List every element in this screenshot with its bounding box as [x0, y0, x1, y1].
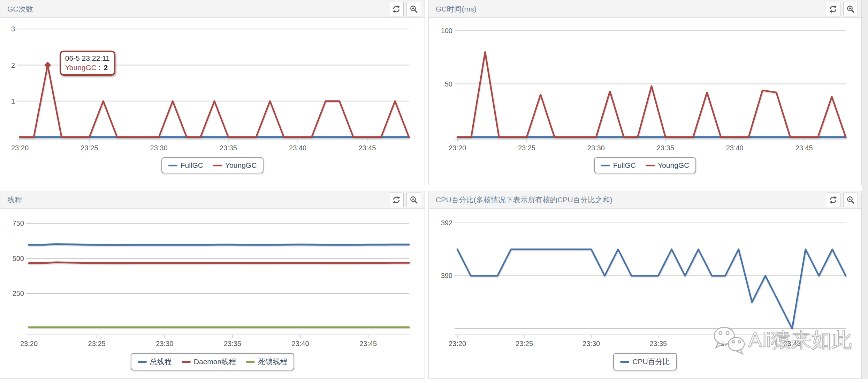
refresh-icon [829, 5, 837, 13]
y-axis-label: 1 [11, 97, 15, 105]
legend-swatch [646, 165, 655, 166]
x-axis-label: 23:30 [156, 340, 173, 347]
chart-cpu-percent: 39039223:2023:2523:3023:3523:4023:45 [429, 209, 861, 352]
x-axis-label: 23:45 [795, 144, 813, 152]
panel-body: 25050075023:2023:2523:3023:3523:4023:45 … [0, 209, 425, 370]
x-axis-label: 23:25 [88, 340, 106, 347]
legend-item-总线程[interactable]: 总线程 [138, 357, 172, 367]
zoom-in-button[interactable] [843, 193, 858, 207]
x-axis-label: 23:30 [583, 340, 600, 347]
refresh-button[interactable] [389, 193, 404, 207]
x-axis-label: 23:25 [516, 340, 533, 347]
legend-swatch [168, 165, 177, 166]
x-axis-label: 23:25 [518, 144, 535, 152]
panel-gc-count: GC次数 12323:2023:2523:3023:35 [0, 0, 425, 185]
panel-gc-time: GC时间(ms) 5010023:2023:2523:3 [428, 0, 862, 185]
legend-label: FullGC [613, 161, 636, 170]
x-axis-label: 23:40 [726, 144, 744, 152]
panel-toolbar [826, 193, 858, 207]
x-axis-label: 23:45 [358, 144, 376, 152]
legend-box: CPU百分比 [613, 353, 677, 370]
panel-header: 线程 [0, 191, 425, 209]
series-line-YoungGC [457, 52, 846, 137]
panel-body: 12323:2023:2523:3023:3523:4023:4506-5 23… [0, 18, 425, 173]
x-axis-label: 23:35 [649, 340, 667, 347]
series-line-总线程 [29, 244, 409, 245]
y-axis-label: 250 [13, 290, 24, 297]
series-line-Daemon线程 [29, 262, 409, 263]
panel-title: GC时间(ms) [436, 4, 477, 14]
refresh-icon [392, 196, 401, 204]
legend-item-Daemon线程[interactable]: Daemon线程 [182, 357, 236, 367]
x-axis-label: 23:45 [359, 340, 377, 347]
y-axis-label: 392 [441, 219, 452, 227]
legend-swatch [182, 361, 191, 363]
y-axis-label: 2 [11, 61, 15, 69]
chart-canvas: 39039223:2023:2523:3023:3523:4023:45 [429, 209, 861, 352]
y-axis-label: 750 [13, 219, 24, 227]
panel-toolbar [389, 193, 421, 207]
chart-gc-time: 5010023:2023:2523:3023:3523:4023:45 [429, 18, 861, 156]
legend-label: FullGC [181, 161, 203, 170]
chart-canvas: 5010023:2023:2523:3023:3523:4023:45 [429, 18, 861, 156]
legend-swatch [213, 165, 222, 166]
refresh-button[interactable] [826, 2, 840, 16]
zoom-in-button[interactable] [843, 2, 858, 16]
point-marker [44, 62, 51, 69]
panel-title: 线程 [7, 195, 22, 205]
legend-gc-count: FullGCYoungGC [0, 157, 425, 173]
legend-swatch [620, 361, 629, 363]
panel-body: 5010023:2023:2523:3023:3523:4023:45 Full… [429, 18, 861, 173]
y-axis-label: 390 [441, 272, 452, 279]
x-axis-label: 23:45 [783, 340, 801, 347]
legend-label: 总线程 [150, 357, 172, 367]
refresh-button[interactable] [826, 193, 840, 207]
legend-box: FullGCYoungGC [161, 157, 264, 173]
legend-item-死锁线程[interactable]: 死锁线程 [246, 357, 287, 367]
legend-label: 死锁线程 [258, 357, 287, 367]
refresh-button[interactable] [389, 2, 404, 16]
x-axis-label: 23:20 [449, 340, 466, 347]
x-axis-label: 23:35 [657, 144, 674, 152]
panel-toolbar [389, 2, 421, 16]
chart-gc-count: 12323:2023:2523:3023:3523:4023:4506-5 23… [0, 18, 425, 156]
legend-label: YoungGC [225, 161, 257, 170]
x-axis-label: 23:40 [716, 340, 734, 347]
legend-item-YoungGC[interactable]: YoungGC [646, 161, 689, 170]
zoom-in-button[interactable] [406, 2, 421, 16]
tooltip-series-value: YoungGC : 2 [65, 63, 110, 72]
x-axis-label: 23:25 [81, 144, 98, 152]
zoom-in-icon [846, 5, 855, 13]
legend-gc-time: FullGCYoungGC [429, 157, 861, 173]
legend-threads: 总线程Daemon线程死锁线程 [0, 353, 425, 370]
series-line-CPU百分比 [457, 249, 846, 329]
legend-box: 总线程Daemon线程死锁线程 [131, 353, 294, 370]
x-axis-label: 23:30 [587, 144, 605, 152]
x-axis-label: 23:20 [11, 144, 29, 152]
chart-canvas: 25050075023:2023:2523:3023:3523:4023:45 [0, 209, 425, 352]
legend-item-YoungGC[interactable]: YoungGC [213, 161, 257, 170]
legend-label: Daemon线程 [194, 357, 236, 367]
legend-item-CPU百分比[interactable]: CPU百分比 [620, 357, 670, 367]
legend-item-FullGC[interactable]: FullGC [168, 161, 203, 170]
chart-tooltip: 06-5 23:22:11YoungGC : 2 [60, 51, 115, 76]
panel-header: GC次数 [0, 0, 425, 18]
zoom-in-icon [846, 196, 855, 204]
legend-label: CPU百分比 [632, 357, 670, 367]
x-axis-label: 23:20 [449, 144, 466, 152]
x-axis-label: 23:40 [289, 144, 306, 152]
panel-title: CPU百分比(多核情况下表示所有核的CPU百分比之和) [436, 195, 612, 205]
legend-swatch [138, 361, 147, 363]
chart-canvas: 12323:2023:2523:3023:3523:4023:45 [0, 18, 425, 156]
zoom-in-button[interactable] [406, 193, 421, 207]
refresh-icon [392, 5, 401, 13]
panel-body: 39039223:2023:2523:3023:3523:4023:45 CPU… [429, 209, 861, 370]
panel-header: CPU百分比(多核情况下表示所有核的CPU百分比之和) [429, 191, 861, 209]
legend-item-FullGC[interactable]: FullGC [601, 161, 636, 170]
x-axis-label: 23:20 [20, 340, 38, 347]
legend-swatch [246, 361, 255, 363]
panel-cpu-percent: CPU百分比(多核情况下表示所有核的CPU百分比之和) [428, 191, 862, 379]
y-axis-label: 50 [445, 80, 452, 88]
refresh-icon [829, 196, 837, 204]
panel-toolbar [826, 2, 858, 16]
